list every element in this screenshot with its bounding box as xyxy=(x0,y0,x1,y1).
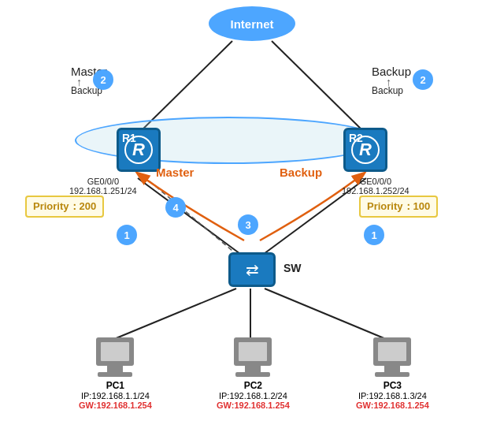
pc1: PC1 IP:192.168.1.1/24 GW:192.168.1.254 xyxy=(79,337,152,410)
router-r1: R1 R xyxy=(117,128,161,172)
pc2-gw: GW:192.168.1.254 xyxy=(217,401,290,410)
pc1-monitor xyxy=(96,337,134,366)
svg-line-4 xyxy=(114,289,236,339)
pc3-label: PC3 xyxy=(384,380,402,391)
pc1-ip: IP:192.168.1.1/24 xyxy=(81,391,150,401)
pc2-ip: IP:192.168.1.2/24 xyxy=(219,391,287,401)
badge-2-left: 2 xyxy=(93,69,113,90)
pc1-label: PC1 xyxy=(106,380,124,391)
pc1-gw: GW:192.168.1.254 xyxy=(79,401,152,410)
pc2: PC2 IP:192.168.1.2/24 GW:192.168.1.254 xyxy=(217,337,290,410)
diagram: Internet R1 R R2 R ⇄ SW Master ↑ Backup … xyxy=(0,0,504,421)
svg-line-6 xyxy=(265,289,386,339)
pc3-gw: GW:192.168.1.254 xyxy=(356,401,429,410)
badge-1-left: 1 xyxy=(117,225,137,245)
pc2-monitor xyxy=(234,337,272,366)
r2-role-top: Backup xyxy=(372,65,411,78)
pc2-label: PC2 xyxy=(244,380,262,391)
pc3-monitor xyxy=(373,337,411,366)
internet-node: Internet xyxy=(209,6,295,41)
r2-priority-box: Priority：100 xyxy=(359,196,438,218)
r2-label: R2 xyxy=(349,132,363,144)
internet-label: Internet xyxy=(230,17,273,31)
svg-line-2 xyxy=(138,178,240,254)
pc3: PC3 IP:192.168.1.3/24 GW:192.168.1.254 xyxy=(356,337,429,410)
badge-1-right: 1 xyxy=(364,225,384,245)
r1-priority-box: Priority：200 xyxy=(25,196,104,218)
router-r2: R2 R xyxy=(343,128,387,172)
badge-2-right: 2 xyxy=(413,69,433,90)
badge-4: 4 xyxy=(165,197,186,218)
badge-3: 3 xyxy=(238,214,258,235)
switch-icon: ⇄ xyxy=(246,260,259,279)
r2-role-sub: Backup xyxy=(372,85,403,96)
r2-interface: GE0/0/0 192.168.1.252/24 xyxy=(342,177,410,196)
switch-sw: ⇄ xyxy=(228,252,276,287)
r1-master-label: Master xyxy=(156,166,194,179)
svg-line-7 xyxy=(150,181,232,251)
r1-interface: GE0/0/0 192.168.1.251/24 xyxy=(69,177,137,196)
r2-backup-label: Backup xyxy=(280,166,322,179)
switch-label: SW xyxy=(284,262,302,274)
r1-label: R1 xyxy=(122,132,136,144)
pc3-ip: IP:192.168.1.3/24 xyxy=(358,391,427,401)
